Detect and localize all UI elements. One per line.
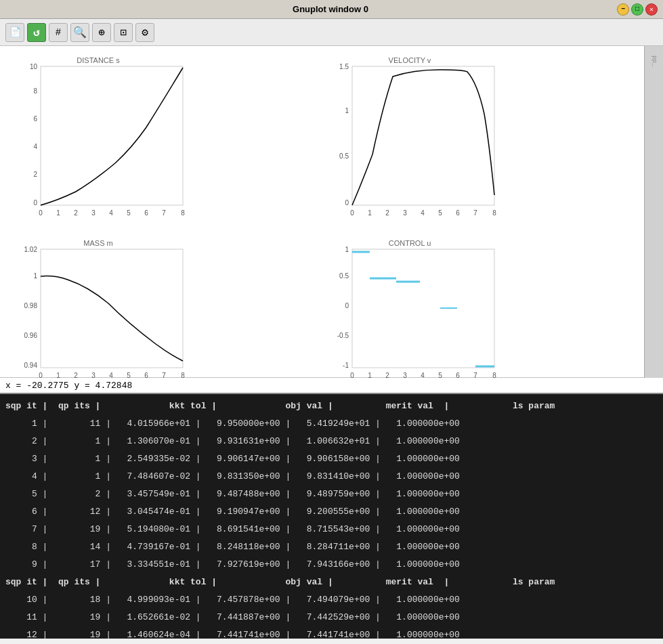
table-rows: 1 | 11 | 4.015966e+01 | 9.950000e+00 | 5…	[0, 414, 663, 639]
table-row: 4 | 1 | 7.484607e-02 | 9.831350e+00 | 9.…	[0, 467, 663, 485]
svg-text:8: 8	[181, 209, 185, 217]
zoom-in-button[interactable]: ⊕	[92, 23, 111, 42]
svg-text:4: 4	[421, 209, 425, 217]
table-row: 2 | 1 | 1.306070e-01 | 9.931631e+00 | 1.…	[0, 432, 663, 450]
coordinates: x = -20.2775 y = 4.72848	[5, 381, 132, 391]
svg-text:1: 1	[56, 209, 60, 217]
svg-text:1: 1	[345, 107, 349, 114]
toolbar: 📄 ↺ # 🔍 ⊕ ⊡ ⚙	[0, 19, 663, 46]
svg-text:7: 7	[473, 372, 477, 379]
svg-text:3: 3	[403, 209, 407, 217]
svg-text:2: 2	[74, 209, 78, 217]
settings-button[interactable]: ⚙	[135, 23, 154, 42]
data-area: sqp it | qp its | kkt tol | obj val | me…	[0, 394, 663, 639]
grid-button[interactable]: #	[49, 23, 68, 42]
svg-text:1: 1	[56, 372, 60, 379]
zoom-fit-button[interactable]: ⊡	[114, 23, 133, 42]
svg-text:-0.5: -0.5	[337, 332, 349, 339]
svg-text:6: 6	[456, 372, 460, 379]
svg-text:4: 4	[109, 209, 113, 217]
svg-text:1: 1	[368, 209, 372, 217]
table-header-2: sqp it | qp its | kkt tol | obj val | me…	[0, 573, 663, 591]
svg-text:3: 3	[403, 372, 407, 379]
svg-text:7: 7	[473, 209, 477, 217]
control-title: CONTROL u	[389, 239, 431, 247]
svg-text:0: 0	[350, 209, 354, 217]
svg-text:8: 8	[33, 87, 37, 95]
svg-text:1.5: 1.5	[339, 63, 349, 70]
table-row: 8 | 14 | 4.739167e-01 | 8.248118e+00 | 8…	[0, 538, 663, 555]
table-row: 12 | 19 | 1.460624e-04 | 7.441741e+00 | …	[0, 626, 663, 639]
header-text-1: sqp it | qp its | kkt tol | obj val | me…	[5, 401, 555, 411]
svg-text:6: 6	[144, 209, 148, 217]
svg-text:0: 0	[39, 209, 43, 217]
svg-text:0: 0	[33, 199, 37, 207]
table-row: 7 | 19 | 5.194080e-01 | 8.691541e+00 | 8…	[0, 520, 663, 538]
table-row: 6 | 12 | 3.045474e-01 | 9.190947e+00 | 9…	[0, 502, 663, 520]
svg-text:10: 10	[30, 63, 38, 70]
svg-text:2: 2	[74, 372, 78, 379]
table-row: 11 | 19 | 1.652661e-02 | 7.441887e+00 | …	[0, 608, 663, 626]
svg-text:2: 2	[385, 372, 389, 379]
svg-text:6: 6	[33, 115, 37, 123]
svg-text:0.96: 0.96	[24, 332, 38, 339]
svg-text:0: 0	[345, 302, 349, 309]
status-bar: x = -20.2775 y = 4.72848	[0, 378, 663, 394]
svg-text:1.02: 1.02	[24, 246, 38, 253]
svg-rect-30	[41, 249, 183, 368]
svg-text:2: 2	[33, 171, 37, 178]
svg-text:5: 5	[127, 209, 131, 217]
table-row: 1 | 11 | 4.015966e+01 | 9.950000e+00 | 5…	[0, 414, 663, 432]
minimize-button[interactable]: −	[617, 3, 629, 16]
svg-text:1: 1	[345, 246, 349, 253]
new-button[interactable]: 📄	[5, 23, 24, 42]
mass-title: MASS m	[83, 239, 112, 247]
svg-rect-45	[352, 249, 494, 368]
svg-text:3: 3	[91, 372, 95, 379]
plot-area: pp_ DISTANCE s 0 2 4 6 8 10 0 1 2 3 4 5 …	[0, 46, 663, 378]
svg-text:3: 3	[91, 209, 95, 217]
svg-text:8: 8	[492, 209, 496, 217]
table-row: 9 | 17 | 3.334551e-01 | 7.927619e+00 | 7…	[0, 555, 663, 573]
svg-text:5: 5	[127, 372, 131, 379]
svg-text:4: 4	[421, 372, 425, 379]
svg-text:4: 4	[109, 372, 113, 379]
svg-text:0.98: 0.98	[24, 302, 38, 309]
svg-text:2: 2	[385, 209, 389, 217]
zoom-out-button[interactable]: 🔍	[70, 23, 89, 42]
svg-text:0: 0	[350, 372, 354, 379]
table-row: 10 | 18 | 4.999093e-01 | 7.457878e+00 | …	[0, 591, 663, 608]
svg-text:6: 6	[456, 209, 460, 217]
svg-text:7: 7	[162, 209, 166, 217]
table-row: 3 | 1 | 2.549335e-02 | 9.906147e+00 | 9.…	[0, 450, 663, 467]
right-panel-label: pp_	[651, 56, 658, 66]
svg-text:1: 1	[33, 272, 37, 280]
table-header-1: sqp it | qp its | kkt tol | obj val | me…	[0, 397, 663, 414]
svg-text:8: 8	[492, 372, 496, 379]
svg-text:-1: -1	[343, 362, 349, 369]
svg-text:4: 4	[33, 143, 37, 150]
velocity-title: VELOCITY v	[389, 56, 431, 64]
window-controls: − □ ✕	[615, 3, 658, 16]
svg-text:6: 6	[144, 372, 148, 379]
maximize-button[interactable]: □	[631, 3, 643, 16]
svg-rect-16	[352, 66, 494, 205]
svg-text:5: 5	[438, 372, 442, 379]
window-title: Gnuplot window 0	[46, 4, 615, 14]
svg-text:7: 7	[162, 372, 166, 379]
svg-text:1: 1	[368, 372, 372, 379]
distance-title: DISTANCE s	[77, 56, 120, 64]
svg-text:0: 0	[345, 199, 349, 207]
svg-text:5: 5	[438, 209, 442, 217]
svg-text:0.5: 0.5	[339, 152, 349, 160]
right-panel: pp_	[644, 46, 663, 378]
svg-text:8: 8	[181, 372, 185, 379]
close-button[interactable]: ✕	[645, 3, 658, 16]
refresh-button[interactable]: ↺	[27, 23, 46, 42]
svg-text:0.5: 0.5	[339, 272, 349, 280]
titlebar: Gnuplot window 0 − □ ✕	[0, 0, 663, 19]
table-row: 5 | 2 | 3.457549e-01 | 9.487488e+00 | 9.…	[0, 485, 663, 502]
plots-svg: DISTANCE s 0 2 4 6 8 10 0 1 2 3 4 5 6 7 …	[0, 46, 643, 378]
svg-text:0.94: 0.94	[24, 362, 38, 369]
svg-text:0: 0	[39, 372, 43, 379]
